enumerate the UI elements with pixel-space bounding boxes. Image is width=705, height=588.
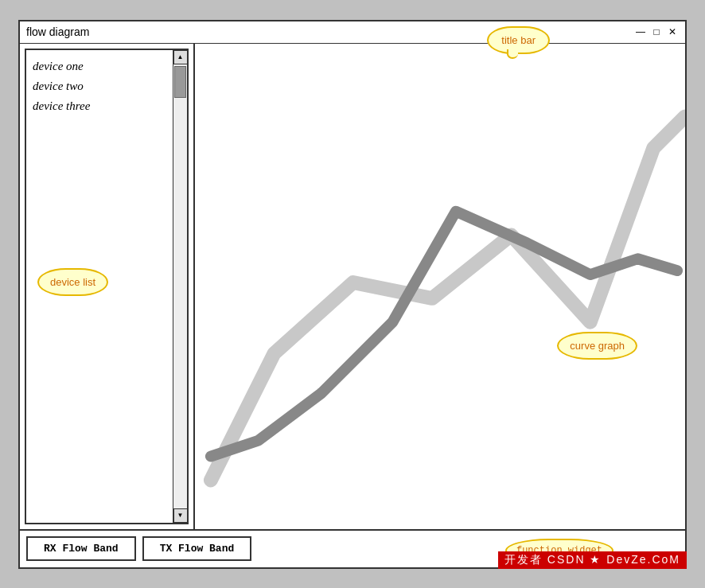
title-bar: flow diagram — □ ✕ [20, 21, 685, 44]
list-item[interactable]: device one [33, 56, 166, 76]
window-controls: — □ ✕ [634, 26, 679, 37]
right-panel [195, 44, 685, 529]
device-list-label: device list [37, 268, 108, 296]
scroll-track [173, 64, 187, 508]
curve-graph-label: curve graph [557, 332, 637, 360]
curve-graph [195, 44, 685, 529]
content-area: device one device two device three ▲ ▼ [20, 44, 685, 529]
tx-flow-band-button[interactable]: TX Flow Band [142, 536, 252, 561]
title-bar-label: title bar [487, 26, 550, 54]
window-title: flow diagram [26, 25, 89, 38]
scroll-up-button[interactable]: ▲ [173, 50, 188, 64]
list-item[interactable]: device two [33, 76, 166, 96]
watermark: 开发者 CSDN ★ DevZe.CoM [498, 551, 687, 569]
maximize-button[interactable]: □ [650, 26, 663, 37]
main-window: flow diagram — □ ✕ device one device two… [18, 20, 687, 569]
scroll-down-button[interactable]: ▼ [173, 508, 188, 523]
scrollbar[interactable]: ▲ ▼ [173, 50, 187, 523]
rx-flow-band-button[interactable]: RX Flow Band [26, 536, 136, 561]
list-item[interactable]: device three [33, 96, 166, 116]
minimize-button[interactable]: — [634, 26, 647, 37]
scroll-thumb[interactable] [174, 66, 186, 98]
close-button[interactable]: ✕ [666, 26, 679, 37]
